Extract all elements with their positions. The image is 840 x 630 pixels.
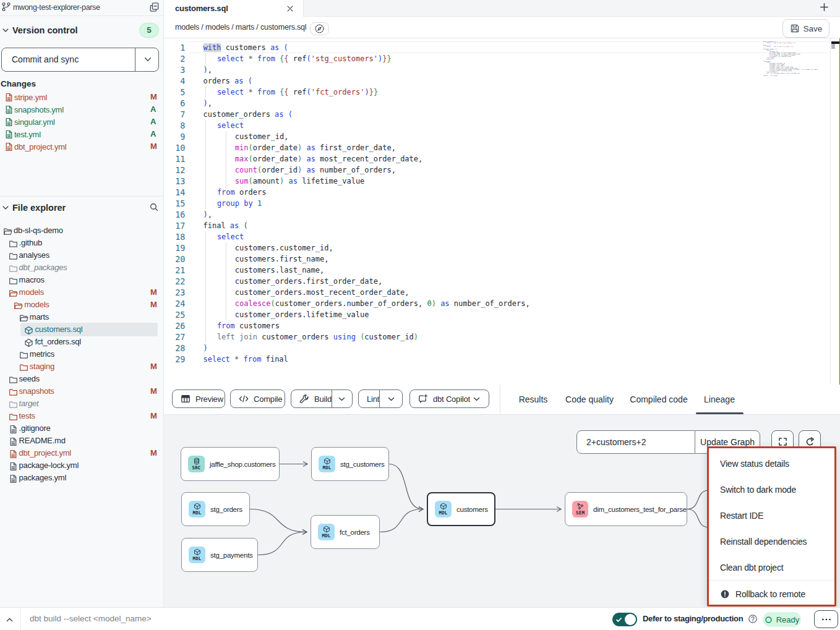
save-button[interactable]: Save	[782, 19, 829, 38]
tab-compiled-code[interactable]: Compiled code	[630, 385, 687, 414]
tree-item-fct_orders.sql[interactable]: fct_orders.sql	[0, 336, 163, 349]
copilot-button[interactable]: dbt Copilot	[409, 389, 489, 408]
help-icon[interactable]	[748, 614, 758, 624]
code-line-23: 23customer_orders.most_recent_order_date…	[164, 287, 530, 298]
lineage-node-dim_customers_test_for_parse[interactable]: SEMdim_customers_test_for_parse	[565, 492, 687, 526]
lineage-node-stg_payments[interactable]: MDLstg_payments	[181, 538, 258, 572]
tree-item-status: M	[150, 362, 157, 371]
tree-item-models[interactable]: modelsM	[0, 299, 163, 312]
tree-item-README.md[interactable]: README.md	[0, 435, 163, 448]
line-number: 11	[164, 153, 186, 164]
tree-item-db-sl-qs-demo[interactable]: db-sl-qs-demo	[0, 225, 163, 237]
change-item-snapshots.yml[interactable]: snapshots.ymlA	[0, 104, 163, 116]
change-item-stripe.yml[interactable]: stripe.ymlM	[0, 92, 163, 104]
chevron-down-icon[interactable]	[1, 26, 10, 35]
file-explorer-title[interactable]: File explorer	[12, 203, 66, 213]
cube-icon	[194, 548, 201, 556]
search-icon[interactable]	[149, 202, 159, 212]
chevron-down-icon[interactable]	[380, 394, 402, 404]
command-input[interactable]: dbt build --select <model_name>	[30, 614, 152, 623]
chevron-down-icon[interactable]	[143, 54, 153, 64]
tree-item-.gitignore[interactable]: .gitignore	[0, 423, 163, 435]
cube-icon	[323, 526, 330, 533]
lineage-node-stg_customers[interactable]: MDLstg_customers	[311, 447, 389, 481]
compile-button[interactable]: Compile	[230, 389, 285, 408]
tree-item-dbt_project.yml[interactable]: dbt_project.ymlM	[0, 448, 163, 460]
tree-item-name: dbt_project.yml	[19, 448, 71, 458]
menu-item-clean-dbt-project[interactable]: Clean dbt project	[709, 555, 834, 581]
tree-item-marts[interactable]: marts	[0, 312, 163, 324]
tree-item-snapshots[interactable]: snapshotsM	[0, 386, 163, 398]
menu-item-view-status-details[interactable]: View status details	[709, 451, 834, 477]
lineage-node-fct_orders[interactable]: MDLfct_orders	[311, 515, 380, 549]
change-item-test.yml[interactable]: test.ymlA	[0, 129, 163, 141]
menu-item-switch-to-dark-mode[interactable]: Switch to dark mode	[709, 477, 834, 503]
node-label: stg_orders	[210, 506, 242, 513]
tab-customers-sql[interactable]: customers.sql	[164, 0, 304, 17]
change-item-dbt_project.yml[interactable]: dbt_project.ymlM	[0, 141, 163, 153]
node-badge-label: MDL	[192, 510, 201, 516]
tree-item-analyses[interactable]: analyses	[0, 250, 163, 262]
tab-results[interactable]: Results	[519, 385, 548, 414]
file-icon	[9, 437, 18, 446]
lineage-node-customers[interactable]: MDLcustomers	[427, 492, 495, 526]
tree-item-packages.yml[interactable]: packages.yml	[0, 472, 163, 485]
tree-item-macros[interactable]: macros	[0, 275, 163, 287]
folder-icon	[9, 375, 18, 385]
tree-item-package-lock.yml[interactable]: package-lock.yml	[0, 460, 163, 472]
tree-item-tests[interactable]: testsM	[0, 411, 163, 423]
lineage-search-input[interactable]: 2+customers+2	[576, 430, 695, 454]
chevron-down-icon[interactable]	[1, 203, 10, 212]
build-button[interactable]: Build	[291, 389, 353, 408]
node-badge-MDL: MDL	[435, 501, 452, 517]
tree-item-metrics[interactable]: metrics	[0, 349, 163, 361]
copilot-compass-button[interactable]	[310, 22, 329, 35]
close-icon[interactable]	[286, 4, 294, 13]
tree-item-customers.sql[interactable]: customers.sql	[0, 324, 163, 336]
version-control-title[interactable]: Version control	[12, 25, 78, 35]
preview-button[interactable]: Preview	[172, 389, 225, 408]
change-status: A	[150, 129, 156, 138]
chevron-down-icon[interactable]	[332, 394, 352, 404]
more-options-button[interactable]	[814, 610, 838, 628]
tab-lineage[interactable]: Lineage	[704, 385, 735, 414]
tree-item-dbt_packages[interactable]: dbt_packages	[0, 262, 163, 275]
editor-minimap[interactable]: with customers as ( select * from {{ ref…	[762, 41, 830, 381]
tree-item-status: M	[150, 287, 157, 297]
new-tab-plus-icon[interactable]	[819, 2, 829, 12]
tree-item-models[interactable]: modelsM	[0, 287, 163, 299]
node-badge-label: MDL	[439, 510, 447, 516]
code-line-16: 16),	[164, 209, 530, 220]
chevron-up-icon[interactable]	[5, 615, 14, 624]
menu-item-restart-ide[interactable]: Restart IDE	[709, 503, 834, 529]
change-item-singular.yml[interactable]: singular.ymlA	[0, 116, 163, 129]
line-number: 9	[164, 131, 186, 142]
tree-item-target[interactable]: target	[0, 398, 163, 411]
code-line-28: 28)	[164, 343, 530, 354]
lint-button[interactable]: Lint	[358, 389, 403, 408]
tree-item-.github[interactable]: .github	[0, 237, 163, 250]
tab-code-quality[interactable]: Code quality	[565, 385, 614, 414]
tree-item-staging[interactable]: stagingM	[0, 361, 163, 373]
tree-item-name: target	[19, 399, 39, 408]
change-file-name: snapshots.yml	[14, 105, 64, 114]
line-number: 8	[164, 120, 186, 131]
cube-icon	[24, 326, 33, 335]
lineage-node-jaffle_shop.customers[interactable]: SRCjaffle_shop.customers	[181, 447, 280, 481]
line-number: 10	[164, 142, 186, 153]
copy-branch-icon[interactable]	[149, 2, 160, 12]
code-line-29: 29select * from final	[164, 354, 530, 365]
tree-item-seeds[interactable]: seeds	[0, 373, 163, 386]
lineage-node-stg_orders[interactable]: MDLstg_orders	[181, 492, 250, 526]
ready-status-badge: Ready	[763, 612, 801, 627]
menu-item-reinstall-dependencies[interactable]: Reinstall dependencies	[709, 529, 834, 555]
commit-and-sync-button[interactable]: Commit and sync	[1, 48, 159, 72]
scrollbar-thumb[interactable]	[831, 44, 835, 49]
code-editor[interactable]: 1with customers as (2select * from {{ re…	[164, 38, 840, 385]
toolbar-button-label: Compile	[254, 394, 282, 404]
defer-toggle[interactable]	[612, 613, 637, 626]
toolbar-button-label: Build	[314, 394, 332, 404]
file-icon	[9, 462, 18, 471]
file-icon	[9, 474, 18, 483]
menu-item-rollback-to-remote[interactable]: Rollback to remote	[709, 581, 834, 607]
